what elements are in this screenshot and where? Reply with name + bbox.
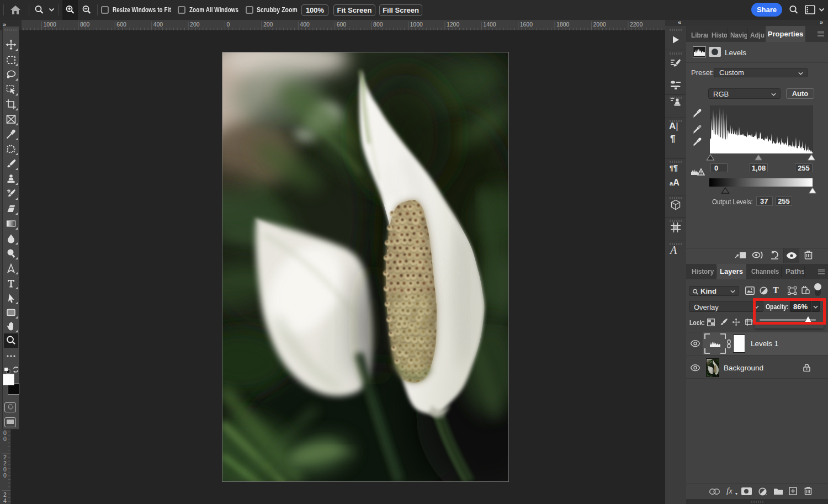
svg-text:600: 600 — [337, 21, 347, 28]
svg-text:1200: 1200 — [447, 21, 460, 28]
svg-text:600: 600 — [116, 21, 126, 28]
svg-text:1800: 1800 — [556, 21, 570, 28]
svg-text:0: 0 — [227, 21, 230, 28]
svg-text:2200: 2200 — [630, 21, 643, 28]
svg-text:2000: 2000 — [593, 21, 607, 28]
svg-text:1600: 1600 — [520, 21, 533, 28]
svg-text:200: 200 — [190, 21, 200, 28]
svg-text:800: 800 — [80, 21, 90, 28]
svg-text:1400: 1400 — [483, 21, 496, 28]
svg-text:200: 200 — [263, 21, 273, 28]
svg-text:400: 400 — [300, 21, 310, 28]
svg-text:1000: 1000 — [44, 21, 57, 28]
svg-text:1000: 1000 — [410, 21, 423, 28]
svg-text:400: 400 — [153, 21, 163, 28]
svg-text:800: 800 — [373, 21, 383, 28]
